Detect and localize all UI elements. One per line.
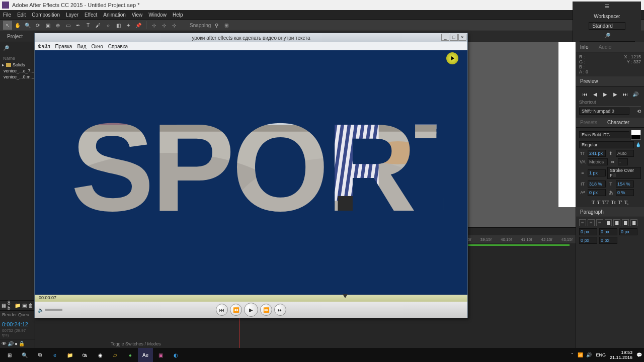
menu-edit[interactable]: Edit bbox=[17, 12, 26, 18]
justify-left-icon[interactable]: ≣ bbox=[605, 219, 612, 226]
eyedropper-icon[interactable]: 💧 bbox=[635, 142, 641, 147]
axis-tool-icon[interactable]: ⊹ bbox=[149, 21, 158, 30]
speaker-icon[interactable]: 🔊 bbox=[8, 341, 14, 346]
text-tool-icon[interactable]: T bbox=[84, 21, 93, 30]
menu-animation[interactable]: Animation bbox=[103, 12, 125, 18]
app-pink-icon[interactable]: ▣ bbox=[153, 348, 168, 362]
tray-network-icon[interactable]: 📶 bbox=[578, 352, 583, 357]
snapping-label[interactable]: Snapping bbox=[190, 23, 211, 28]
ram-preview-marker-icon[interactable] bbox=[343, 294, 348, 298]
search-panel-icon[interactable]: 🔎 bbox=[3, 45, 9, 51]
ram-rewind-button[interactable]: ⏪ bbox=[230, 304, 242, 316]
axis3-tool-icon[interactable]: ⊹ bbox=[170, 21, 179, 30]
tsume-input[interactable]: 0 % bbox=[616, 189, 634, 196]
ram-first-button[interactable]: ⏮ bbox=[216, 304, 228, 316]
preview-next-icon[interactable]: ▶ bbox=[612, 90, 619, 98]
clone-tool-icon[interactable]: ⟐ bbox=[104, 21, 113, 30]
render-queue-tab[interactable]: Render Queu bbox=[0, 310, 35, 320]
trash-icon[interactable]: 🗑 bbox=[28, 303, 33, 308]
aftereffects-taskbar-icon[interactable]: Ae bbox=[138, 348, 153, 362]
selection-tool-icon[interactable]: ↖ bbox=[3, 21, 12, 30]
eraser-tool-icon[interactable]: ◧ bbox=[114, 21, 123, 30]
faux-bold-icon[interactable]: T bbox=[592, 199, 595, 205]
app-blue-icon[interactable]: ◐ bbox=[168, 348, 183, 362]
align-right-icon[interactable]: ≡ bbox=[596, 219, 603, 226]
rotate-tool-icon[interactable]: ⟳ bbox=[33, 21, 42, 30]
ram-last-button[interactable]: ⏭ bbox=[274, 304, 286, 316]
ram-preview-titlebar[interactable]: уроки after effects как сделать видео вн… bbox=[35, 33, 467, 42]
menu-window[interactable]: Window bbox=[148, 12, 167, 18]
smallcaps-icon[interactable]: Tt bbox=[611, 199, 616, 205]
ram-preview-window[interactable]: уроки after effects как сделать видео вн… bbox=[34, 33, 468, 318]
menu-layer[interactable]: Layer bbox=[66, 12, 78, 18]
leading-input[interactable]: Auto bbox=[616, 150, 634, 157]
reset-icon[interactable]: ⟲ bbox=[637, 109, 641, 114]
hscale-input[interactable]: 154 % bbox=[616, 180, 634, 188]
font-size-input[interactable]: 241 px bbox=[588, 150, 606, 157]
ram-menu-edit[interactable]: Правка bbox=[55, 44, 72, 49]
ram-preview-timebar[interactable]: 00:00:07 bbox=[35, 295, 467, 302]
eye-icon[interactable]: 👁 bbox=[2, 341, 7, 346]
space-after-input[interactable]: 0 px bbox=[599, 237, 617, 244]
faux-italic-icon[interactable]: T bbox=[597, 199, 600, 205]
search-taskbar-icon[interactable]: 🔍 bbox=[17, 348, 32, 362]
axis2-tool-icon[interactable]: ⊹ bbox=[159, 21, 169, 30]
timeline-timecode[interactable]: 0:00:24:12 bbox=[0, 320, 35, 328]
app-green-icon[interactable]: ● bbox=[123, 348, 138, 362]
info-tab[interactable]: Info bbox=[580, 44, 589, 50]
brush-tool-icon[interactable]: 🖌 bbox=[94, 21, 103, 30]
indent-first-input[interactable]: 0 px bbox=[599, 228, 617, 235]
preview-last-icon[interactable]: ⏭ bbox=[622, 90, 629, 98]
sync-icon[interactable]: ☰ bbox=[603, 2, 612, 11]
hand-tool-icon[interactable]: ✋ bbox=[13, 21, 22, 30]
preview-mute-icon[interactable]: 🔊 bbox=[632, 90, 639, 98]
tray-volume-icon[interactable]: 🔊 bbox=[586, 352, 592, 357]
font-family-dropdown[interactable]: Eras Bold ITC bbox=[579, 131, 629, 138]
interpret-icon[interactable]: ▦ bbox=[2, 303, 6, 308]
ram-maximize-button[interactable]: □ bbox=[450, 34, 458, 41]
vscale-input[interactable]: 318 % bbox=[588, 180, 606, 188]
new-folder-icon[interactable]: 📁 bbox=[15, 303, 21, 308]
taskview-icon[interactable]: ⧉ bbox=[32, 348, 47, 362]
toggle-switches-modes[interactable]: Toggle Switches / Modes bbox=[111, 341, 161, 346]
font-style-dropdown[interactable]: Regular bbox=[579, 141, 634, 148]
sticky-icon[interactable]: ▱ bbox=[108, 348, 123, 362]
pan-behind-tool-icon[interactable]: ⊕ bbox=[53, 21, 62, 30]
fill-stroke-swatch[interactable] bbox=[631, 130, 641, 140]
lock-col-icon[interactable]: 🔒 bbox=[19, 341, 25, 346]
project-item-comp[interactable]: venice_...o_7... bbox=[1, 68, 34, 74]
paragraph-tab[interactable]: Paragraph bbox=[580, 209, 604, 215]
ram-menu-file[interactable]: Файл bbox=[38, 44, 50, 49]
ram-menu-window[interactable]: Окно bbox=[91, 44, 103, 49]
puppet-tool-icon[interactable]: 📌 bbox=[134, 21, 143, 30]
project-item-solids[interactable]: ▸Solids bbox=[1, 62, 34, 68]
menu-view[interactable]: View bbox=[132, 12, 143, 18]
project-name-header[interactable]: Name bbox=[1, 55, 34, 62]
start-button[interactable]: ⊞ bbox=[2, 348, 17, 362]
workspace-dropdown[interactable]: Standard bbox=[589, 22, 625, 30]
camera-tool-icon[interactable]: ▣ bbox=[43, 21, 52, 30]
character-tab[interactable]: Character bbox=[607, 120, 629, 125]
allcaps-icon[interactable]: TT bbox=[602, 199, 609, 205]
menu-effect[interactable]: Effect bbox=[85, 12, 97, 18]
snap-opt-icon[interactable]: ⚲ bbox=[212, 21, 221, 30]
snap-opt2-icon[interactable]: ⊞ bbox=[222, 21, 231, 30]
indent-left-input[interactable]: 0 px bbox=[579, 228, 597, 235]
store-icon[interactable]: 🛍 bbox=[77, 348, 93, 362]
solo-icon[interactable]: ● bbox=[15, 341, 18, 346]
ram-menu-help[interactable]: Справка bbox=[108, 44, 128, 49]
preview-prev-icon[interactable]: ◀ bbox=[592, 90, 599, 98]
tracking-input[interactable]: - bbox=[618, 158, 628, 165]
preview-first-icon[interactable]: ⏮ bbox=[582, 90, 589, 98]
menu-file[interactable]: File bbox=[3, 12, 11, 18]
stroke-width-input[interactable]: 1 px bbox=[588, 169, 606, 176]
baseline-input[interactable]: 0 px bbox=[588, 189, 606, 196]
indent-right-input[interactable]: 0 px bbox=[619, 228, 637, 235]
volume-slider[interactable] bbox=[45, 309, 62, 311]
volume-icon[interactable]: 🔈 bbox=[38, 307, 44, 313]
kerning-input[interactable]: Metrics bbox=[588, 158, 608, 165]
explorer-icon[interactable]: 📁 bbox=[62, 348, 77, 362]
project-tab[interactable]: Project bbox=[2, 32, 28, 41]
align-center-icon[interactable]: ≡ bbox=[588, 219, 595, 226]
ram-minimize-button[interactable]: _ bbox=[441, 34, 449, 41]
